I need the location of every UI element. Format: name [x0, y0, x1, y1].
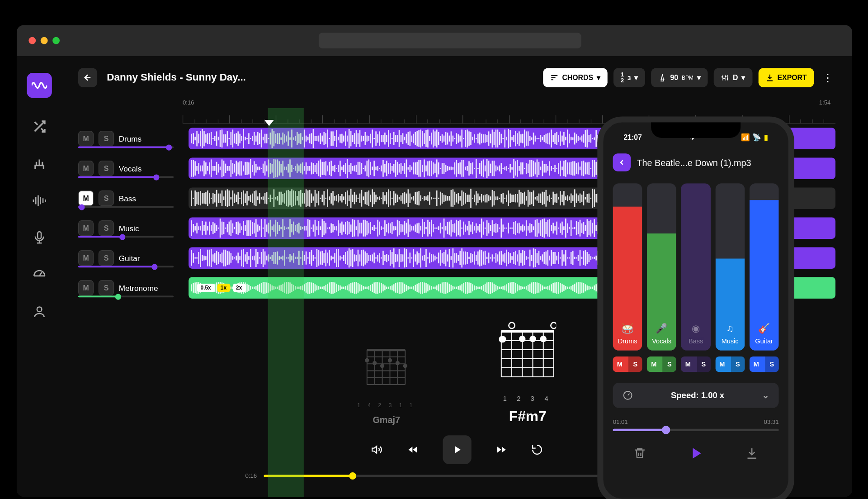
chevron-down-icon: ▾	[634, 73, 638, 81]
solo-button[interactable]: S	[99, 161, 114, 176]
phone-progress-bar[interactable]	[613, 429, 779, 431]
gauge-icon[interactable]	[31, 266, 47, 283]
speed-chip[interactable]: 2x	[232, 284, 245, 292]
chevron-down-icon: ⌄	[762, 390, 769, 400]
back-button[interactable]	[78, 68, 97, 87]
app-logo[interactable]	[27, 73, 52, 98]
speed-chip[interactable]: 0.5x	[197, 284, 215, 292]
phone-speed-selector[interactable]: Speed: 1.00 x ⌄	[613, 383, 779, 408]
play-button[interactable]	[443, 435, 471, 464]
phone-play-button[interactable]	[687, 444, 705, 465]
phone-download-button[interactable]	[745, 447, 759, 462]
chevron-down-icon: ▾	[697, 73, 701, 81]
stem-mute-button[interactable]: M	[681, 356, 695, 372]
waveform-icon[interactable]	[31, 192, 47, 209]
microphone-icon[interactable]	[31, 229, 47, 246]
stem-mute-button[interactable]: M	[647, 356, 661, 372]
mute-button[interactable]: M	[78, 190, 94, 206]
stem-guitar[interactable]: 🎸Guitar	[750, 183, 779, 351]
stem-vocals[interactable]: 🎤Vocals	[647, 183, 676, 351]
loop-button[interactable]	[531, 444, 542, 456]
chevron-down-icon: ▾	[597, 73, 600, 81]
solo-button[interactable]: S	[99, 220, 114, 236]
svg-rect-51	[499, 336, 506, 343]
solo-button[interactable]: S	[99, 131, 114, 146]
stem-solo-button[interactable]: S	[628, 356, 642, 372]
mute-button[interactable]: M	[78, 161, 94, 176]
rewind-button[interactable]	[407, 444, 419, 456]
svg-point-52	[519, 336, 526, 342]
phone-delete-button[interactable]	[633, 447, 646, 462]
volume-slider[interactable]	[78, 146, 174, 148]
titlebar-address-field[interactable]	[319, 33, 581, 48]
bpm-value: 90	[670, 73, 679, 81]
stem-music[interactable]: ♫Music	[715, 183, 745, 351]
measure-suffix: 3	[627, 74, 631, 81]
mute-button[interactable]: M	[78, 250, 94, 266]
export-label: EXPORT	[778, 73, 807, 81]
solo-button[interactable]: S	[99, 280, 114, 295]
track-name: Music	[119, 223, 139, 233]
phone-progress-end: 03:31	[764, 418, 779, 425]
bpm-unit: BPM	[682, 75, 693, 81]
stem-icon: ◉	[692, 323, 700, 334]
phone-speed-label: Speed: 1.00 x	[671, 390, 724, 400]
song-title: Danny Shields - Sunny Day...	[107, 71, 246, 83]
stem-mute-button[interactable]: M	[715, 356, 729, 372]
volume-slider[interactable]	[78, 236, 174, 238]
phone-back-button[interactable]	[613, 153, 631, 171]
progress-current-time: 0:16	[245, 472, 257, 479]
stem-label: Music	[722, 337, 739, 345]
stem-solo-button[interactable]: S	[765, 356, 778, 372]
phone-progress-start: 01:01	[613, 418, 628, 425]
solo-button[interactable]: S	[99, 190, 114, 206]
track-name: Vocals	[119, 164, 142, 173]
chord-name: F#m7	[509, 408, 547, 425]
chords-dropdown[interactable]: CHORDS ▾	[543, 68, 608, 87]
mute-button[interactable]: M	[78, 220, 94, 236]
stem-solo-button[interactable]: S	[697, 356, 710, 372]
volume-slider[interactable]	[78, 206, 174, 208]
volume-slider[interactable]	[78, 295, 174, 297]
speed-chip[interactable]: 1x	[217, 284, 230, 292]
playhead[interactable]	[264, 120, 274, 126]
mute-button[interactable]: M	[78, 280, 94, 295]
chevron-down-icon: ▾	[741, 73, 745, 81]
wifi-icon: 📡	[752, 133, 761, 141]
chord-fingers: 1 4 2 3 1 1	[357, 403, 415, 409]
bpm-dropdown[interactable]: 90 BPM ▾	[651, 68, 708, 87]
more-menu[interactable]: ⋮	[820, 71, 835, 84]
window-maximize-button[interactable]	[52, 37, 60, 44]
brush-icon[interactable]	[31, 155, 47, 172]
signal-icon: 📶	[741, 133, 750, 141]
window-minimize-button[interactable]	[41, 37, 48, 44]
svg-point-36	[403, 364, 407, 368]
shuffle-icon[interactable]	[31, 118, 47, 135]
svg-point-32	[373, 361, 377, 365]
stem-icon: 🎸	[758, 323, 770, 334]
stem-solo-button[interactable]: S	[731, 356, 745, 372]
mute-button[interactable]: M	[78, 131, 94, 146]
volume-slider[interactable]	[78, 266, 174, 267]
chord-diagram: 1 4 2 3 1 1Gmaj7	[357, 347, 415, 425]
export-button[interactable]: EXPORT	[758, 68, 814, 87]
forward-button[interactable]	[495, 444, 507, 456]
stem-bass[interactable]: ◉Bass	[681, 183, 711, 351]
stem-solo-button[interactable]: S	[663, 356, 676, 372]
stem-mute-button[interactable]: M	[613, 356, 627, 372]
window-titlebar	[17, 25, 852, 56]
stem-drums[interactable]: 🥁Drums	[613, 183, 642, 351]
svg-point-50	[551, 323, 557, 328]
solo-button[interactable]: S	[99, 250, 114, 266]
measure-dropdown[interactable]: 12 3 ▾	[613, 68, 645, 87]
stem-mute-button[interactable]: M	[750, 356, 764, 372]
volume-slider[interactable]	[78, 176, 174, 178]
user-icon[interactable]	[31, 304, 47, 320]
volume-button[interactable]	[371, 444, 382, 456]
svg-point-34	[388, 358, 392, 362]
stem-label: Drums	[618, 337, 637, 345]
key-dropdown[interactable]: D ▾	[714, 68, 752, 87]
track-name: Metronome	[119, 283, 158, 292]
window-close-button[interactable]	[28, 37, 36, 44]
svg-point-35	[396, 361, 400, 365]
